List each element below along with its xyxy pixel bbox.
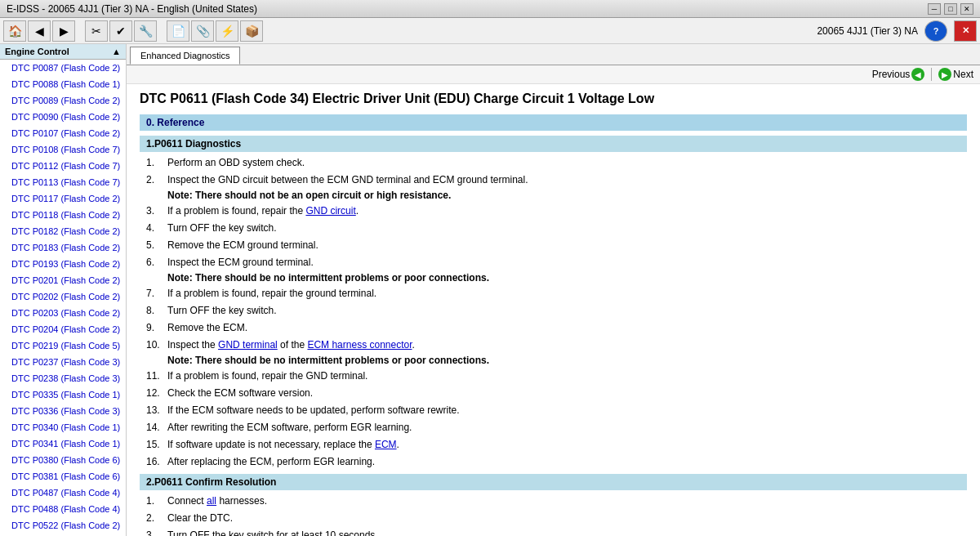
sidebar-item-p0112[interactable]: DTC P0112 (Flash Code 7)	[0, 158, 126, 174]
title-bar: E-IDSS - 20065 4JJ1 (Tier 3) NA - Englis…	[0, 0, 980, 18]
forward-button[interactable]: ▶	[52, 20, 75, 42]
section-1-steps: 1. Perform an OBD system check. 2. Inspe…	[140, 155, 967, 469]
maximize-button[interactable]: □	[944, 3, 957, 15]
sidebar-item-p0522[interactable]: DTC P0522 (Flash Code 2)	[0, 517, 126, 534]
next-button[interactable]: ▶ Next	[938, 68, 973, 81]
step-1-5: 5. Remove the ECM ground terminal.	[146, 238, 967, 252]
check-button[interactable]: ✔	[109, 20, 132, 42]
minimize-button[interactable]: ─	[928, 3, 941, 15]
step-num: 16.	[146, 454, 163, 469]
section-0-header[interactable]: 0. Reference	[140, 114, 967, 131]
sidebar-item-p0341[interactable]: DTC P0341 (Flash Code 1)	[0, 436, 126, 452]
sidebar: Engine Control ▲ DTC P0087 (Flash Code 2…	[0, 44, 127, 536]
help-button[interactable]: ?	[924, 20, 947, 42]
doc-title: DTC P0611 (Flash Code 34) Electric Drive…	[140, 91, 967, 108]
section-0-label: 0. Reference	[146, 117, 204, 128]
sidebar-item-p0108[interactable]: DTC P0108 (Flash Code 7)	[0, 141, 126, 158]
step-text: Turn OFF the key switch for at least 10 …	[167, 528, 967, 536]
sidebar-item-p0340[interactable]: DTC P0340 (Flash Code 1)	[0, 419, 126, 436]
step-text: Turn OFF the key switch.	[167, 221, 967, 235]
sidebar-item-p0335[interactable]: DTC P0335 (Flash Code 1)	[0, 386, 126, 403]
sidebar-item-p0487[interactable]: DTC P0487 (Flash Code 4)	[0, 485, 126, 501]
toolbar: 🏠 ◀ ▶ ✂ ✔ 🔧 📄 📎 ⚡ 📦 20065 4JJ1 (Tier 3) …	[0, 18, 980, 44]
step-num: 15.	[146, 437, 163, 452]
sidebar-item-p0201[interactable]: DTC P0201 (Flash Code 2)	[0, 272, 126, 288]
box-button[interactable]: 📦	[240, 20, 263, 42]
note-1-1: Note: There should not be an open circui…	[167, 190, 967, 201]
sidebar-header: Engine Control ▲	[0, 44, 126, 60]
step-1-8: 8. Turn OFF the key switch.	[146, 303, 967, 318]
wrench-button[interactable]: 🔧	[134, 20, 157, 42]
step-1-1: 1. Perform an OBD system check.	[146, 155, 967, 170]
step-1-4: 4. Turn OFF the key switch.	[146, 221, 967, 235]
section-0-link[interactable]: 0. Reference	[146, 117, 204, 128]
note-1-2: Note: There should be no intermittent pr…	[167, 272, 967, 284]
step-text: If a problem is found, repair the GND ci…	[167, 203, 967, 218]
sidebar-item-p0219[interactable]: DTC P0219 (Flash Code 5)	[0, 337, 126, 354]
step-text: If software update is not necessary, rep…	[167, 437, 967, 452]
sidebar-item-p0204[interactable]: DTC P0204 (Flash Code 2)	[0, 321, 126, 337]
doc-button[interactable]: 📄	[167, 20, 189, 42]
main-layout: Engine Control ▲ DTC P0087 (Flash Code 2…	[0, 44, 980, 536]
note-1-3: Note: There should be no intermittent pr…	[167, 355, 967, 366]
step-1-14: 14. After rewriting the ECM software, pe…	[146, 420, 967, 435]
step-text: If the ECM software needs to be updated,…	[167, 403, 967, 418]
sidebar-item-p0088[interactable]: DTC P0088 (Flash Code 1)	[0, 76, 126, 92]
exit-button[interactable]: ✕	[954, 20, 977, 42]
sidebar-item-p0202[interactable]: DTC P0202 (Flash Code 2)	[0, 288, 126, 305]
sidebar-collapse-icon[interactable]: ▲	[112, 47, 121, 56]
tab-enhanced-diagnostics[interactable]: Enhanced Diagnostics	[130, 47, 240, 65]
tab-label: Enhanced Diagnostics	[140, 51, 229, 60]
cut-button[interactable]: ✂	[85, 20, 108, 42]
step-1-9: 9. Remove the ECM.	[146, 320, 967, 335]
section-1-header: 1.P0611 Diagnostics	[140, 136, 967, 152]
step-1-15: 15. If software update is not necessary,…	[146, 437, 967, 452]
next-label: Next	[953, 69, 973, 80]
step-num: 1.	[146, 494, 163, 508]
toolbar-version: 20065 4JJ1 (Tier 3) NA ? ✕	[817, 20, 977, 42]
sidebar-item-p0380[interactable]: DTC P0380 (Flash Code 6)	[0, 452, 126, 468]
sidebar-item-p0087[interactable]: DTC P0087 (Flash Code 2)	[0, 60, 126, 76]
sidebar-item-p0182[interactable]: DTC P0182 (Flash Code 2)	[0, 223, 126, 239]
step-text: After replacing the ECM, perform EGR lea…	[167, 454, 967, 469]
step-num: 2.	[146, 172, 163, 187]
step-num: 13.	[146, 403, 163, 418]
sidebar-item-p0336[interactable]: DTC P0336 (Flash Code 3)	[0, 403, 126, 419]
section-1-label: 1.P0611 Diagnostics	[146, 138, 241, 150]
step-text: If a problem is found, repair the ground…	[167, 286, 967, 301]
section-2-steps: 1. Connect all harnesses. 2. Clear the D…	[140, 494, 967, 536]
home-button[interactable]: 🏠	[3, 20, 26, 42]
next-arrow-icon: ▶	[938, 68, 951, 81]
previous-button[interactable]: Previous ◀	[872, 68, 925, 81]
step-1-11: 11. If a problem is found, repair the GN…	[146, 368, 967, 383]
step-text: Clear the DTC.	[167, 511, 967, 525]
section-2-header: 2.P0611 Confirm Resolution	[140, 474, 967, 490]
clip-button[interactable]: 📎	[191, 20, 214, 42]
back-button[interactable]: ◀	[28, 20, 51, 42]
sidebar-item-p0090[interactable]: DTC P0090 (Flash Code 2)	[0, 109, 126, 125]
sidebar-item-p0193[interactable]: DTC P0193 (Flash Code 2)	[0, 256, 126, 272]
sidebar-item-p0113[interactable]: DTC P0113 (Flash Code 7)	[0, 174, 126, 190]
ecm-replace-link[interactable]: ECM	[375, 439, 397, 450]
sidebar-item-p0488[interactable]: DTC P0488 (Flash Code 4)	[0, 501, 126, 517]
sidebar-item-p0107[interactable]: DTC P0107 (Flash Code 2)	[0, 125, 126, 141]
sidebar-item-p0183[interactable]: DTC P0183 (Flash Code 2)	[0, 239, 126, 256]
ecm-harness-link[interactable]: ECM harness connector	[307, 339, 412, 351]
sidebar-item-p0118[interactable]: DTC P0118 (Flash Code 2)	[0, 207, 126, 223]
sidebar-item-p0237[interactable]: DTC P0237 (Flash Code 3)	[0, 354, 126, 370]
gnd-circuit-link[interactable]: GND circuit	[305, 205, 355, 217]
step-num: 14.	[146, 420, 163, 435]
sidebar-item-p0117[interactable]: DTC P0117 (Flash Code 2)	[0, 190, 126, 207]
step-num: 1.	[146, 155, 163, 170]
sidebar-item-p0381[interactable]: DTC P0381 (Flash Code 6)	[0, 468, 126, 485]
step-1-2: 2. Inspect the GND circuit between the E…	[146, 172, 967, 187]
sidebar-item-p0089[interactable]: DTC P0089 (Flash Code 2)	[0, 92, 126, 109]
step-1-7: 7. If a problem is found, repair the gro…	[146, 286, 967, 301]
close-button[interactable]: ✕	[960, 3, 973, 15]
sidebar-item-p0238[interactable]: DTC P0238 (Flash Code 3)	[0, 370, 126, 386]
bolt-button[interactable]: ⚡	[216, 20, 238, 42]
step-num: 5.	[146, 238, 163, 252]
gnd-terminal-link[interactable]: GND terminal	[218, 339, 278, 351]
all-harnesses-link[interactable]: all	[207, 495, 216, 507]
sidebar-item-p0203[interactable]: DTC P0203 (Flash Code 2)	[0, 305, 126, 321]
